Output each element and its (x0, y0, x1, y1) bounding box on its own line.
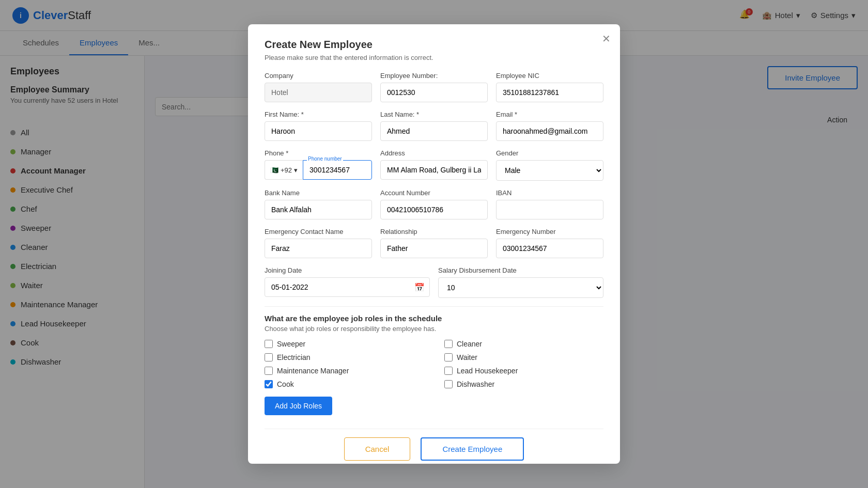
job-role-item: Lead Housekeeper (444, 367, 603, 375)
account-number-input[interactable] (380, 200, 488, 219)
checkbox-waiter[interactable] (444, 353, 453, 361)
form-row-5: Emergency Contact Name Relationship Emer… (265, 228, 603, 258)
joining-date-group: Joining Date 📅 (265, 266, 430, 298)
checkbox-sweeper[interactable] (265, 340, 273, 348)
first-name-input[interactable] (265, 121, 372, 141)
phone-group: Phone * 🇵🇰 +92 ▾ Phone number (265, 149, 372, 181)
phone-country-code: +92 (281, 166, 292, 174)
job-roles-title: What are the employee job roles in the s… (265, 314, 603, 323)
employee-nic-group: Employee NIC (496, 72, 603, 102)
joining-date-input-wrap: 📅 (265, 277, 430, 297)
address-label: Address (380, 149, 488, 157)
emergency-contact-input[interactable] (265, 239, 372, 258)
checkbox-cook[interactable] (265, 380, 273, 388)
modal-close-button[interactable]: ✕ (602, 33, 611, 45)
emergency-number-input[interactable] (496, 239, 603, 258)
job-role-item: Sweeper (265, 340, 424, 348)
job-role-label: Maintenance Manager (277, 367, 349, 375)
job-role-item: Waiter (444, 353, 603, 361)
job-role-item: Dishwasher (444, 380, 603, 388)
checkbox-electrician[interactable] (265, 353, 273, 361)
job-roles-section: What are the employee job roles in the s… (265, 314, 603, 423)
emergency-contact-label: Emergency Contact Name (265, 228, 372, 235)
bank-name-input[interactable] (265, 200, 372, 219)
company-group: Company (265, 72, 372, 102)
bank-name-label: Bank Name (265, 189, 372, 197)
checkbox-dishwasher[interactable] (444, 380, 453, 388)
employee-number-group: Employee Number: (380, 72, 488, 102)
phone-number-wrap: Phone number (303, 160, 372, 180)
joining-date-input[interactable] (265, 277, 430, 297)
create-employee-modal: ✕ Create New Employee Please make sure t… (248, 24, 620, 464)
job-roles-subtitle: Choose what job roles or responsibility … (265, 325, 603, 333)
job-role-item: Maintenance Manager (265, 367, 424, 375)
company-label: Company (265, 72, 372, 80)
gender-group: Gender MaleFemaleOther (496, 149, 603, 181)
job-role-label: Lead Housekeeper (457, 367, 518, 375)
checkbox-lead-housekeeper[interactable] (444, 367, 453, 375)
salary-date-group: Salary Disbursement Date 123456789101520… (438, 266, 603, 298)
job-role-label: Cook (277, 380, 294, 388)
emergency-number-group: Emergency Number (496, 228, 603, 258)
pakistan-flag-icon: 🇵🇰 (270, 166, 278, 174)
employee-number-label: Employee Number: (380, 72, 488, 80)
relationship-input[interactable] (380, 239, 488, 258)
cancel-button[interactable]: Cancel (344, 437, 411, 461)
checkbox-cleaner[interactable] (444, 340, 453, 348)
modal-footer: Cancel Create Employee (265, 429, 603, 461)
phone-placeholder-label: Phone number (307, 156, 343, 162)
email-group: Email * (496, 111, 603, 141)
email-input[interactable] (496, 121, 603, 141)
last-name-label: Last Name: * (380, 111, 488, 118)
last-name-input[interactable] (380, 121, 488, 141)
form-row-6: Joining Date 📅 Salary Disbursement Date … (265, 266, 603, 298)
checkbox-maintenance-manager[interactable] (265, 367, 273, 375)
bank-name-group: Bank Name (265, 189, 372, 219)
job-role-label: Waiter (457, 353, 477, 361)
iban-label: IBAN (496, 189, 603, 197)
address-input[interactable] (380, 160, 488, 180)
iban-input[interactable] (496, 200, 603, 219)
relationship-group: Relationship (380, 228, 488, 258)
add-job-roles-button[interactable]: Add Job Roles (265, 397, 332, 415)
salary-date-label: Salary Disbursement Date (438, 266, 603, 274)
job-role-item: Cook (265, 380, 424, 388)
account-number-label: Account Number (380, 189, 488, 197)
relationship-label: Relationship (380, 228, 488, 235)
employee-nic-input[interactable] (496, 83, 603, 102)
form-row-1: Company Employee Number: Employee NIC (265, 72, 603, 102)
iban-group: IBAN (496, 189, 603, 219)
phone-country-selector[interactable]: 🇵🇰 +92 ▾ (265, 160, 303, 180)
phone-chevron-icon: ▾ (294, 166, 298, 174)
job-role-item: Electrician (265, 353, 424, 361)
emergency-number-label: Emergency Number (496, 228, 603, 235)
company-input (265, 83, 372, 102)
create-employee-button[interactable]: Create Employee (421, 437, 524, 461)
job-role-item: Cleaner (444, 340, 603, 348)
job-role-label: Electrician (277, 353, 311, 361)
form-row-2: First Name: * Last Name: * Email * (265, 111, 603, 141)
form-row-3: Phone * 🇵🇰 +92 ▾ Phone number Address (265, 149, 603, 181)
job-role-label: Cleaner (457, 340, 482, 348)
modal-title: Create New Employee (265, 39, 603, 51)
job-roles-checkboxes: SweeperCleanerElectricianWaiterMaintenan… (265, 340, 603, 388)
first-name-group: First Name: * (265, 111, 372, 141)
joining-date-label: Joining Date (265, 266, 430, 274)
employee-number-input[interactable] (380, 83, 488, 102)
job-role-label: Dishwasher (457, 380, 494, 388)
emergency-contact-group: Emergency Contact Name (265, 228, 372, 258)
employee-nic-label: Employee NIC (496, 72, 603, 80)
modal-overlay: ✕ Create New Employee Please make sure t… (0, 0, 868, 488)
account-number-group: Account Number (380, 189, 488, 219)
last-name-group: Last Name: * (380, 111, 488, 141)
modal-subtitle: Please make sure that the entered inform… (265, 54, 603, 61)
calendar-icon[interactable]: 📅 (414, 282, 425, 292)
email-label: Email * (496, 111, 603, 118)
phone-input-group: 🇵🇰 +92 ▾ Phone number (265, 160, 372, 180)
gender-select[interactable]: MaleFemaleOther (496, 160, 603, 181)
gender-label: Gender (496, 149, 603, 157)
address-group: Address (380, 149, 488, 181)
salary-date-select[interactable]: 123456789101520252830 (438, 277, 603, 298)
job-role-label: Sweeper (277, 340, 305, 348)
phone-number-input[interactable] (303, 160, 372, 180)
